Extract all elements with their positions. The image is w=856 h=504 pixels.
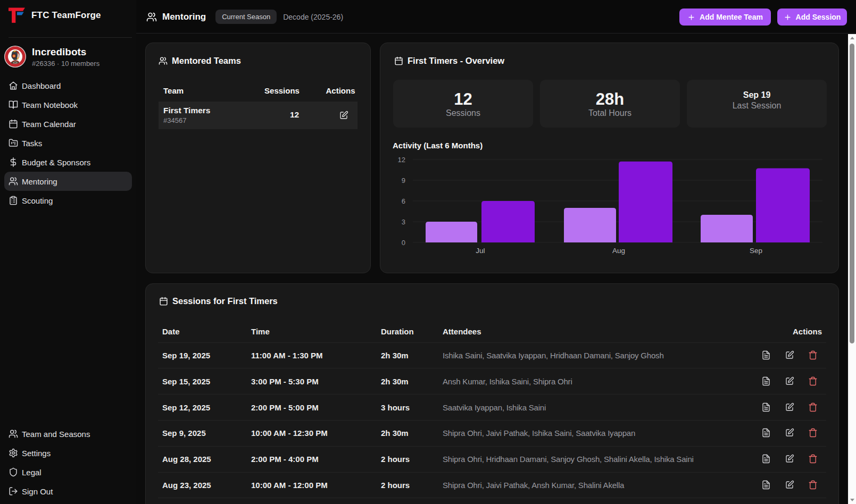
svg-text:12: 12 [398,156,405,164]
svg-text:9: 9 [402,177,405,184]
svg-text:3: 3 [402,218,405,226]
svg-text:6: 6 [402,197,405,205]
svg-text:Aug: Aug [612,247,625,255]
svg-text:0: 0 [402,239,405,247]
svg-text:Jul: Jul [476,247,485,255]
svg-text:Sep: Sep [750,247,762,255]
